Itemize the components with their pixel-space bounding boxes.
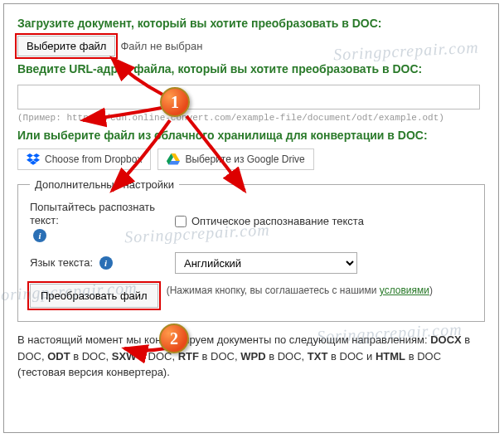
convert-row: Преобразовать файл (Нажимая кнопку, вы с… (30, 284, 472, 308)
lang-label: Язык текста: i (30, 256, 175, 270)
step-badge-1: 1 (160, 87, 190, 117)
dropbox-button[interactable]: Choose from Dropbox (17, 148, 151, 170)
info-icon[interactable]: i (33, 229, 46, 242)
choose-file-button[interactable]: Выберите файл (17, 36, 115, 56)
form-container: Загрузите документ, который вы хотите пр… (3, 3, 499, 433)
gdrive-icon (167, 153, 180, 165)
settings-legend: Дополнительные настройки (30, 178, 179, 191)
dropbox-icon (27, 153, 40, 165)
dropbox-label: Choose from Dropbox (45, 153, 142, 165)
disclaimer: (Нажимая кнопку, вы соглашаетесь с нашим… (167, 284, 433, 298)
lang-select[interactable]: Английский (175, 252, 357, 274)
ocr-label: Попытайтесь распознать текст: i (30, 201, 175, 243)
step-badge-2: 2 (159, 324, 189, 353)
ocr-row: Попытайтесь распознать текст: i Оптическ… (30, 201, 472, 243)
settings-fieldset: Дополнительные настройки Попытайтесь рас… (17, 178, 485, 323)
upload-heading: Загрузите документ, который вы хотите пр… (17, 16, 485, 31)
url-heading: Введите URL-адрес файла, который вы хоти… (17, 61, 485, 76)
cloud-heading: Или выберите файл из облачного хранилища… (17, 128, 485, 143)
terms-link[interactable]: условиями (380, 285, 429, 296)
ocr-checkbox-label: Оптическое распознавание текста (191, 215, 364, 227)
url-example: (Пример: https://cdn.online-convert.com/… (17, 113, 485, 123)
gdrive-label: Выберите из Google Drive (185, 153, 304, 165)
gdrive-button[interactable]: Выберите из Google Drive (158, 148, 313, 170)
file-row: Выберите файл Файл не выбран (17, 36, 485, 56)
convert-button[interactable]: Преобразовать файл (30, 284, 158, 308)
bottom-text: В настоящий момент мы конвертируем докум… (17, 332, 485, 381)
cloud-row: Choose from Dropbox Выберите из Google D… (17, 148, 485, 170)
info-icon[interactable]: i (99, 256, 113, 270)
lang-row: Язык текста: i Английский (30, 252, 472, 274)
file-status: Файл не выбран (120, 40, 202, 52)
url-input[interactable] (17, 85, 480, 110)
ocr-checkbox[interactable] (175, 216, 187, 227)
